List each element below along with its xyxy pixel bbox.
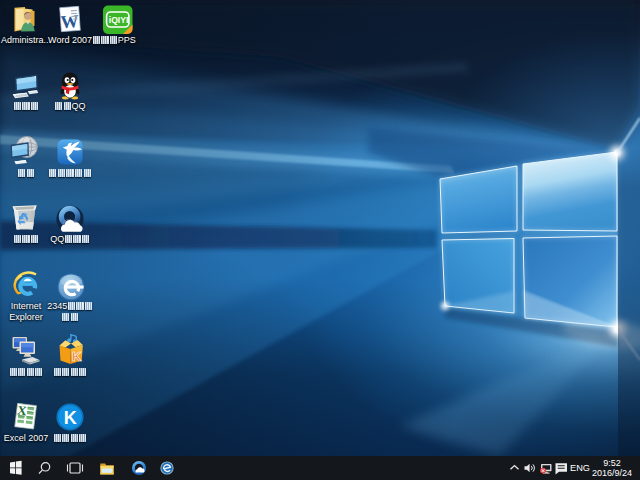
svg-text:W: W <box>60 11 79 32</box>
svg-text:K: K <box>72 349 82 364</box>
svg-text:iQIYI: iQIYI <box>109 15 129 25</box>
svg-text:K: K <box>64 408 77 428</box>
